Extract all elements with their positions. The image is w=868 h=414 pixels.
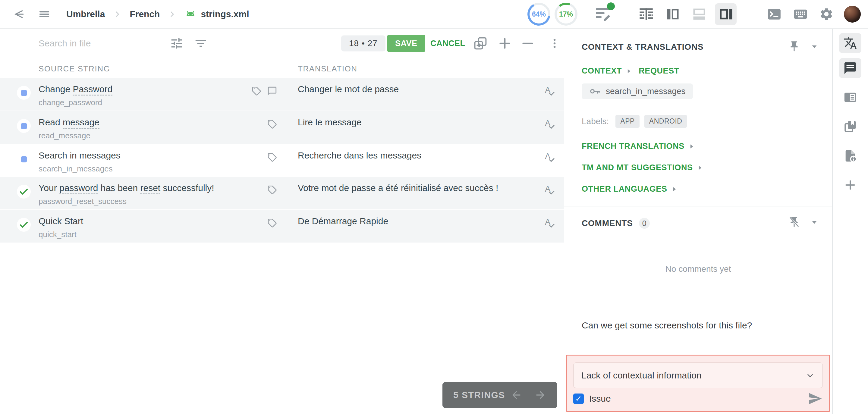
rail-comments-icon[interactable] bbox=[839, 58, 861, 78]
proofread-check-icon[interactable]: A bbox=[544, 217, 555, 229]
chevron-down-icon[interactable] bbox=[810, 42, 818, 50]
tag-icon[interactable] bbox=[267, 119, 277, 129]
source-string-cell[interactable]: Search in messages search_in_messages bbox=[38, 144, 250, 177]
section-link-french-translations[interactable]: FRENCH TRANSLATIONS bbox=[582, 141, 832, 151]
rail-file-info-icon[interactable] bbox=[839, 146, 861, 166]
approval-progress-ring[interactable]: 17% bbox=[555, 3, 578, 26]
zoom-out-icon[interactable] bbox=[521, 36, 535, 50]
pager-prev-icon[interactable] bbox=[510, 389, 522, 401]
comments-title: COMMENTS bbox=[582, 218, 633, 228]
back-icon[interactable] bbox=[13, 8, 24, 20]
comments-count-badge: 0 bbox=[639, 218, 650, 229]
comments-header: COMMENTS 0 bbox=[564, 206, 832, 229]
source-string-cell[interactable]: Your password has been reset successfull… bbox=[38, 177, 250, 210]
terminal-icon[interactable] bbox=[767, 7, 782, 22]
strings-table: Change Password change_password Changer … bbox=[0, 78, 564, 243]
keyboard-icon[interactable] bbox=[793, 6, 808, 22]
breadcrumb-file[interactable]: strings.xml bbox=[201, 9, 249, 19]
tag-icon[interactable] bbox=[267, 185, 277, 195]
tag-icon[interactable] bbox=[251, 86, 261, 96]
menu-icon[interactable] bbox=[38, 8, 51, 20]
rail-context-card-icon[interactable] bbox=[839, 87, 861, 107]
strings-editor: Search in file 18 • 27 SAVE CANCEL SOURC… bbox=[0, 29, 564, 414]
filter-icon[interactable] bbox=[194, 36, 208, 50]
rail-add-icon[interactable] bbox=[839, 175, 861, 195]
more-vertical-icon[interactable] bbox=[549, 36, 561, 50]
table-row[interactable]: Change Password change_password Changer … bbox=[0, 78, 564, 111]
main-area: Search in file 18 • 27 SAVE CANCEL SOURC… bbox=[0, 29, 868, 414]
caret-right-icon bbox=[689, 143, 695, 150]
proofread-check-icon[interactable]: A bbox=[544, 85, 555, 97]
issue-checkbox-row: ✓ Issue bbox=[573, 391, 823, 406]
table-row[interactable]: Search in messages search_in_messages Re… bbox=[0, 144, 564, 177]
translation-text: Recherche dans les messages bbox=[298, 150, 564, 161]
issue-checkbox[interactable]: ✓ bbox=[573, 393, 584, 404]
panel-sections: FRENCH TRANSLATIONSTM AND MT SUGGESTIONS… bbox=[582, 141, 832, 194]
proofread-check-icon[interactable]: A bbox=[544, 152, 555, 164]
proofread-check-icon[interactable]: A bbox=[544, 119, 555, 130]
panel-bottom-view-icon[interactable] bbox=[688, 3, 710, 25]
translation-cell[interactable]: Changer le mot de passe A bbox=[286, 78, 564, 110]
avatar[interactable] bbox=[844, 6, 861, 23]
cancel-button[interactable]: CANCEL bbox=[430, 38, 465, 48]
table-row[interactable]: Quick Start quick_start De Démarrage Rap… bbox=[0, 210, 564, 243]
chevron-down-icon[interactable] bbox=[810, 218, 818, 226]
editor-grid-view-icon[interactable] bbox=[635, 3, 657, 25]
gear-icon[interactable] bbox=[819, 7, 834, 22]
issue-checkbox-label: Issue bbox=[589, 393, 611, 404]
tag-icon[interactable] bbox=[267, 152, 277, 162]
no-comments-text: No comments yet bbox=[564, 264, 832, 274]
chevron-down-icon bbox=[806, 371, 815, 380]
top-bar-tools bbox=[752, 6, 861, 23]
translation-cell[interactable]: Lire le message A bbox=[286, 111, 564, 144]
rail-translate-icon[interactable] bbox=[839, 33, 861, 53]
section-link-tm-and-mt-suggestions[interactable]: TM AND MT SUGGESTIONS bbox=[582, 163, 832, 172]
tune-icon[interactable] bbox=[170, 36, 184, 50]
zoom-in-icon[interactable] bbox=[498, 36, 512, 50]
source-string-text: Read message bbox=[38, 117, 250, 128]
labels-caption: Labels: bbox=[582, 117, 609, 126]
string-counter-badge: 18 • 27 bbox=[341, 35, 385, 51]
pager-label: 5 STRINGS bbox=[453, 390, 505, 400]
translated-status-icon bbox=[21, 156, 27, 162]
source-string-cell[interactable]: Quick Start quick_start bbox=[38, 210, 250, 243]
pin-icon[interactable] bbox=[788, 40, 800, 53]
table-row[interactable]: Your password has been reset successfull… bbox=[0, 177, 564, 210]
pager-next-icon[interactable] bbox=[534, 389, 547, 401]
source-string-text: Search in messages bbox=[38, 150, 250, 161]
breadcrumb-language[interactable]: French bbox=[130, 9, 160, 19]
translation-cell[interactable]: Votre mot de passe a été réinitialisé av… bbox=[286, 177, 564, 210]
save-button[interactable]: SAVE bbox=[387, 35, 425, 52]
pin-off-icon[interactable] bbox=[788, 216, 800, 228]
panel-right-view-icon[interactable] bbox=[715, 3, 737, 25]
translation-progress-ring[interactable]: 64% bbox=[527, 3, 550, 26]
strings-pager[interactable]: 5 STRINGS bbox=[442, 382, 557, 408]
proofread-check-icon[interactable]: A bbox=[544, 184, 555, 196]
rail-glossary-pages-icon[interactable] bbox=[839, 117, 861, 136]
tag-icon[interactable] bbox=[267, 218, 277, 228]
source-string-cell[interactable]: Change Password change_password bbox=[38, 78, 250, 110]
panel-left-view-icon[interactable] bbox=[662, 3, 684, 25]
context-link[interactable]: CONTEXT bbox=[582, 66, 632, 76]
breadcrumb-project[interactable]: Umbrella bbox=[66, 9, 105, 19]
activity-edit-icon[interactable] bbox=[594, 5, 613, 24]
copy-source-icon[interactable] bbox=[473, 36, 488, 51]
request-context-link[interactable]: REQUEST bbox=[639, 66, 679, 76]
caret-right-icon bbox=[697, 164, 703, 171]
search-input[interactable]: Search in file bbox=[38, 38, 91, 49]
source-string-cell[interactable]: Read message read_message bbox=[38, 111, 250, 144]
caret-right-icon bbox=[672, 186, 678, 193]
row-icons bbox=[250, 111, 286, 144]
translation-cell[interactable]: De Démarrage Rapide A bbox=[286, 210, 564, 243]
table-row[interactable]: Read message read_message Lire le messag… bbox=[0, 111, 564, 144]
string-key-pill[interactable]: search_in_messages bbox=[582, 84, 693, 99]
string-key: change_password bbox=[38, 98, 250, 107]
comment-bubble-icon[interactable] bbox=[267, 86, 277, 96]
issue-type-select[interactable]: Lack of contextual information bbox=[573, 362, 823, 388]
send-icon[interactable] bbox=[807, 391, 823, 407]
translation-cell[interactable]: Recherche dans les messages A bbox=[286, 144, 564, 177]
section-link-other-languages[interactable]: OTHER LANGUAGES bbox=[582, 184, 832, 194]
view-mode-switcher bbox=[630, 3, 737, 25]
translation-text: Changer le mot de passe bbox=[298, 84, 564, 95]
string-key-value: search_in_messages bbox=[606, 87, 686, 96]
